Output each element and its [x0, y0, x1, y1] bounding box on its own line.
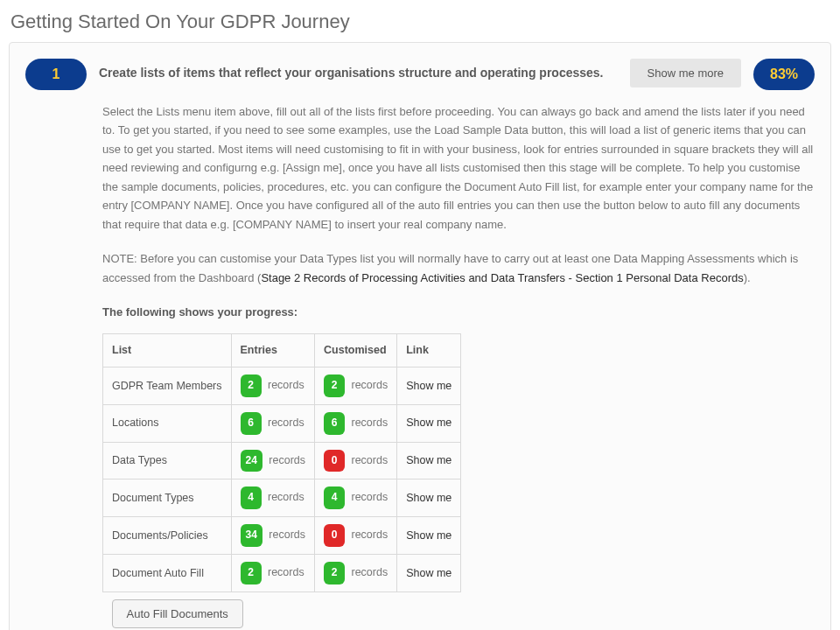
table-row: Locations6 records6 recordsShow me — [103, 404, 461, 442]
col-link: Link — [397, 334, 461, 368]
cell-link: Show me — [397, 404, 461, 442]
stage2-link[interactable]: Stage 2 Records of Processing Activities… — [261, 271, 743, 284]
cell-entries: 6 records — [231, 404, 315, 442]
cell-list: Locations — [103, 404, 232, 442]
auto-fill-documents-button[interactable]: Auto Fill Documents — [112, 599, 243, 628]
entries-badge: 4 — [241, 486, 262, 509]
progress-percent-pill: 83% — [753, 59, 815, 90]
entries-badge: 34 — [241, 524, 262, 547]
customised-badge: 2 — [324, 562, 345, 584]
entries-badge: 24 — [241, 450, 262, 472]
page-title: Getting Started On Your GDPR Journey — [0, 0, 840, 42]
records-label: records — [265, 379, 304, 391]
table-row: Documents/Policies34 records0 recordsSho… — [103, 517, 461, 555]
cell-list: Data Types — [103, 442, 232, 480]
autofill-row: Auto Fill Documents — [103, 592, 461, 630]
cell-list: Document Auto Fill — [103, 554, 232, 592]
show-me-link[interactable]: Show me — [406, 416, 452, 429]
cell-list: Documents/Policies — [103, 517, 232, 555]
cell-link: Show me — [397, 368, 461, 405]
cell-entries: 34 records — [231, 517, 315, 555]
cell-customised: 4 records — [315, 480, 397, 517]
cell-customised: 0 records — [315, 517, 397, 555]
records-label: records — [265, 566, 304, 578]
customised-badge: 0 — [324, 524, 345, 547]
show-me-link[interactable]: Show me — [406, 380, 452, 392]
table-row: Document Auto Fill2 records2 recordsShow… — [103, 554, 461, 592]
col-customised: Customised — [315, 334, 397, 368]
cell-entries: 24 records — [231, 442, 315, 480]
instructions-paragraph: Select the Lists menu item above, fill o… — [102, 102, 815, 234]
show-me-link[interactable]: Show me — [406, 567, 452, 579]
step-headline: Create lists of items that reflect your … — [99, 59, 618, 80]
cell-entries: 2 records — [231, 368, 315, 405]
cell-list: GDPR Team Members — [103, 368, 232, 405]
entries-badge: 2 — [241, 562, 262, 584]
col-entries: Entries — [231, 334, 315, 368]
cell-customised: 2 records — [315, 368, 397, 405]
customised-badge: 4 — [324, 486, 345, 509]
cell-entries: 2 records — [231, 554, 315, 592]
cell-list: Document Types — [103, 480, 232, 517]
table-row: Data Types24 records0 recordsShow me — [103, 442, 461, 480]
step-header-row: 1 Create lists of items that reflect you… — [25, 59, 815, 90]
progress-table: List Entries Customised Link GDPR Team M… — [102, 333, 461, 630]
records-label: records — [266, 454, 305, 466]
entries-badge: 2 — [241, 374, 262, 397]
show-me-link[interactable]: Show me — [406, 454, 452, 466]
step-body: Select the Lists menu item above, fill o… — [102, 102, 815, 630]
table-header-row: List Entries Customised Link — [103, 334, 461, 368]
cell-entries: 4 records — [231, 480, 315, 517]
step-panel: 1 Create lists of items that reflect you… — [9, 42, 831, 630]
records-label: records — [348, 454, 388, 466]
records-label: records — [265, 491, 304, 503]
records-label: records — [348, 528, 388, 541]
autofill-cell: Auto Fill Documents — [103, 592, 461, 630]
progress-label: The following shows your progress: — [102, 303, 815, 321]
cell-link: Show me — [397, 554, 461, 592]
show-me-link[interactable]: Show me — [406, 492, 452, 504]
cell-link: Show me — [397, 480, 461, 517]
note-paragraph: NOTE: Before you can customise your Data… — [102, 249, 815, 287]
table-row: GDPR Team Members2 records2 recordsShow … — [103, 368, 461, 405]
show-me-more-button[interactable]: Show me more — [630, 59, 741, 88]
records-label: records — [348, 491, 388, 503]
records-label: records — [266, 528, 305, 541]
records-label: records — [348, 416, 388, 429]
records-label: records — [348, 566, 388, 578]
entries-badge: 6 — [241, 412, 262, 435]
cell-link: Show me — [397, 517, 461, 555]
cell-link: Show me — [397, 442, 461, 480]
customised-badge: 0 — [324, 450, 345, 472]
col-list: List — [103, 334, 232, 368]
step-number-pill: 1 — [25, 59, 87, 90]
cell-customised: 2 records — [315, 554, 397, 592]
table-row: Document Types4 records4 recordsShow me — [103, 480, 461, 517]
show-me-link[interactable]: Show me — [406, 529, 452, 542]
records-label: records — [265, 416, 304, 429]
customised-badge: 6 — [324, 412, 345, 435]
records-label: records — [348, 379, 388, 391]
cell-customised: 6 records — [315, 404, 397, 442]
progress-table-body: GDPR Team Members2 records2 recordsShow … — [103, 368, 461, 631]
note-suffix: ). — [744, 271, 751, 284]
customised-badge: 2 — [324, 374, 345, 397]
cell-customised: 0 records — [315, 442, 397, 480]
